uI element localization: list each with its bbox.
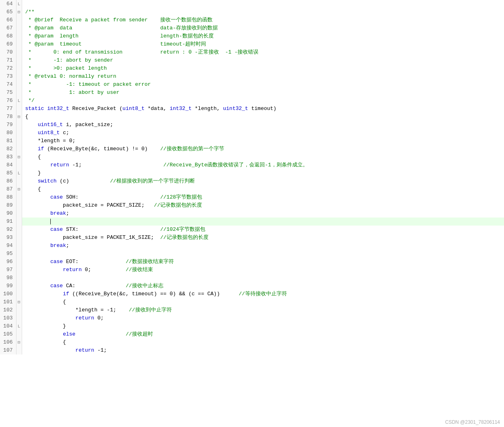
line-number: 106 <box>0 338 16 346</box>
fold-gutter[interactable]: ⊟ <box>16 8 22 16</box>
fold-gutter[interactable] <box>16 234 22 242</box>
fold-gutter[interactable]: L <box>16 322 22 330</box>
fold-gutter[interactable] <box>16 218 22 226</box>
table-row: 75 * 1: abort by user <box>0 89 504 97</box>
line-number: 93 <box>0 234 16 242</box>
line-number: 103 <box>0 314 16 322</box>
fold-gutter[interactable]: L <box>16 169 22 177</box>
table-row: 97 return 0; //接收结束 <box>0 266 504 274</box>
table-row: 88 case SOH: //128字节数据包 <box>0 193 504 201</box>
fold-gutter[interactable] <box>16 314 22 322</box>
fold-gutter[interactable] <box>16 89 22 97</box>
fold-gutter[interactable]: ⊟ <box>16 113 22 121</box>
table-row: 98 <box>0 274 504 282</box>
code-cell: { <box>22 298 504 306</box>
fold-gutter[interactable] <box>16 81 22 89</box>
fold-gutter[interactable] <box>16 129 22 137</box>
fold-gutter[interactable] <box>16 161 22 169</box>
code-cell: else //接收超时 <box>22 330 504 338</box>
text-cursor <box>50 219 51 224</box>
fold-gutter[interactable] <box>16 290 22 298</box>
code-cell <box>22 250 504 258</box>
code-cell: case STX: //1024字节数据包 <box>22 226 504 234</box>
fold-gutter[interactable] <box>16 24 22 32</box>
line-number: 78 <box>0 113 16 121</box>
line-number: 104 <box>0 322 16 330</box>
fold-gutter[interactable]: L <box>16 97 22 105</box>
line-number: 102 <box>0 306 16 314</box>
fold-gutter[interactable] <box>16 346 22 354</box>
fold-gutter[interactable] <box>16 145 22 153</box>
line-number: 68 <box>0 32 16 40</box>
line-number: 92 <box>0 226 16 234</box>
fold-gutter[interactable] <box>16 250 22 258</box>
line-number: 76 <box>0 97 16 105</box>
table-row: 107 return -1; <box>0 346 504 354</box>
fold-gutter[interactable] <box>16 330 22 338</box>
fold-gutter[interactable] <box>16 177 22 185</box>
fold-gutter[interactable] <box>16 258 22 266</box>
fold-gutter[interactable] <box>16 137 22 145</box>
fold-gutter[interactable] <box>16 121 22 129</box>
fold-gutter[interactable] <box>16 201 22 209</box>
table-row: 65⊟/** <box>0 8 504 16</box>
fold-gutter[interactable] <box>16 209 22 218</box>
table-row: 99 case CA: //接收中止标志 <box>0 282 504 290</box>
fold-gutter[interactable] <box>16 105 22 113</box>
code-cell: * >0: packet length <box>22 64 504 73</box>
line-number: 105 <box>0 330 16 338</box>
code-cell: * 0: end of transmission return : 0 -正常接… <box>22 48 504 56</box>
line-number: 71 <box>0 56 16 64</box>
table-row: 92 case STX: //1024字节数据包 <box>0 226 504 234</box>
fold-gutter[interactable]: ⊟ <box>16 338 22 346</box>
code-cell: packet_size = PACKET_SIZE; //记录数据包的长度 <box>22 201 504 209</box>
code-cell: *length = -1; //接收到中止字符 <box>22 306 504 314</box>
line-number: 85 <box>0 169 16 177</box>
fold-gutter[interactable]: ⊟ <box>16 298 22 306</box>
fold-gutter[interactable]: L <box>16 0 22 8</box>
code-cell: static int32_t Receive_Packet (uint8_t *… <box>22 105 504 113</box>
line-number: 95 <box>0 250 16 258</box>
line-number: 91 <box>0 218 16 226</box>
line-number: 86 <box>0 177 16 185</box>
code-table: 64L65⊟/**66 * @brief Receive a packet fr… <box>0 0 504 354</box>
code-cell: */ <box>22 97 504 105</box>
fold-gutter[interactable]: ⊟ <box>16 153 22 161</box>
fold-gutter[interactable] <box>16 16 22 24</box>
line-number: 87 <box>0 185 16 193</box>
table-row: 73 * @retval 0: normally return <box>0 73 504 81</box>
fold-gutter[interactable] <box>16 193 22 201</box>
fold-gutter[interactable] <box>16 306 22 314</box>
table-row: 72 * >0: packet length <box>0 64 504 73</box>
line-number: 81 <box>0 137 16 145</box>
fold-gutter[interactable] <box>16 226 22 234</box>
table-row: 81 *length = 0; <box>0 137 504 145</box>
line-number: 90 <box>0 209 16 218</box>
fold-gutter[interactable] <box>16 48 22 56</box>
table-row: 90 break; <box>0 209 504 218</box>
table-row: 85L } <box>0 169 504 177</box>
code-cell: * @param timeout timeout-超时时间 <box>22 40 504 48</box>
line-number: 66 <box>0 16 16 24</box>
code-cell <box>22 0 504 8</box>
fold-gutter[interactable] <box>16 274 22 282</box>
code-cell: *length = 0; <box>22 137 504 145</box>
table-row: 78⊟{ <box>0 113 504 121</box>
table-row: 64L <box>0 0 504 8</box>
line-number: 74 <box>0 81 16 89</box>
fold-gutter[interactable] <box>16 266 22 274</box>
fold-gutter[interactable] <box>16 73 22 81</box>
fold-gutter[interactable]: ⊟ <box>16 185 22 193</box>
line-number: 80 <box>0 129 16 137</box>
line-number: 98 <box>0 274 16 282</box>
code-cell <box>22 274 504 282</box>
fold-gutter[interactable] <box>16 64 22 73</box>
fold-gutter[interactable] <box>16 40 22 48</box>
fold-gutter[interactable] <box>16 282 22 290</box>
line-number: 79 <box>0 121 16 129</box>
fold-gutter[interactable] <box>16 242 22 250</box>
table-row: 80 uint8_t c; <box>0 129 504 137</box>
fold-gutter[interactable] <box>16 56 22 64</box>
line-number: 96 <box>0 258 16 266</box>
fold-gutter[interactable] <box>16 32 22 40</box>
